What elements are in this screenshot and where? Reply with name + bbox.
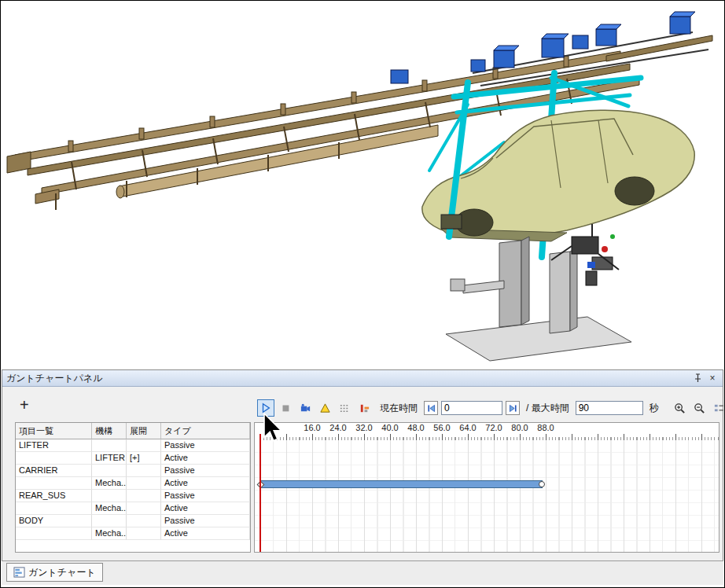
gantt-main: 項目一覧 機構 展開 タイプ LIFTERPassiveLIFTER[+]Act…: [15, 422, 719, 553]
snapshot-button[interactable]: [316, 399, 333, 417]
tab-gantt-chart[interactable]: ガントチャート: [6, 563, 103, 582]
zoom-in-icon[interactable]: [672, 399, 689, 417]
tick-label: 32.0: [355, 423, 372, 432]
3d-viewport[interactable]: [1, 1, 724, 369]
record-button[interactable]: [296, 399, 314, 417]
cell-type: Passive: [161, 515, 250, 527]
cell-mech: [92, 490, 127, 502]
cell-item: REAR_SUS: [16, 490, 92, 502]
table-row[interactable]: LIFTERPassive: [16, 439, 250, 452]
cell-type: Passive: [161, 465, 250, 477]
table-row[interactable]: CARRIERPassive: [16, 465, 250, 477]
max-time-input[interactable]: [576, 401, 643, 415]
table-row[interactable]: BODYPassive: [16, 515, 250, 527]
cell-mech: [92, 439, 127, 452]
cell-type: Passive: [161, 490, 250, 502]
col-header-type[interactable]: タイプ: [161, 423, 250, 439]
gantt-tab-icon: [13, 567, 25, 578]
step-back-button[interactable]: [424, 401, 438, 415]
cell-expand: [127, 490, 161, 502]
playback-tool-group: 現在時間 / 最大時間 秒: [257, 399, 725, 417]
time-cursor[interactable]: [259, 434, 261, 552]
3d-scene: [1, 1, 724, 369]
tick-label: 40.0: [381, 423, 398, 432]
mouse-cursor: [263, 413, 285, 444]
add-button[interactable]: +: [20, 398, 29, 412]
timeline-ruler: [255, 434, 719, 440]
cell-expand: [127, 527, 161, 540]
tick-label: 80.0: [511, 423, 528, 432]
marker-button[interactable]: [355, 399, 373, 417]
chart-settings-button[interactable]: [336, 399, 353, 417]
item-grid: 項目一覧 機構 展開 タイプ LIFTERPassiveLIFTER[+]Act…: [15, 422, 251, 553]
bar-end-handle[interactable]: [539, 481, 545, 487]
cell-mech: Mecha...: [92, 502, 127, 515]
tick-label: 88.0: [537, 423, 554, 432]
pedestal: [446, 237, 631, 361]
close-icon[interactable]: ×: [706, 373, 719, 384]
col-header-item[interactable]: 項目一覧: [16, 423, 92, 439]
tick-label: 64.0: [459, 423, 476, 432]
cell-item: [16, 527, 92, 540]
cell-item: [16, 452, 92, 465]
cell-expand: [127, 439, 161, 452]
step-forward-button[interactable]: [506, 401, 520, 415]
seconds-label: 秒: [650, 402, 659, 415]
gantt-bar[interactable]: [260, 480, 543, 488]
zoom-out-icon[interactable]: [691, 399, 708, 417]
table-row[interactable]: Mecha...Active: [16, 527, 250, 540]
table-row[interactable]: Mecha...Active: [16, 477, 250, 490]
cell-expand: [127, 465, 161, 477]
cell-type: Active: [161, 477, 250, 490]
max-time-label: / 最大時間: [526, 402, 569, 415]
options-icon[interactable]: [711, 399, 725, 417]
cell-expand: [+]: [127, 452, 161, 465]
tick-label: 56.0: [433, 423, 450, 432]
table-row[interactable]: LIFTER[+]Active: [16, 452, 250, 465]
tick-label: 48.0: [407, 423, 424, 432]
bottom-tabbar: ガントチャート: [2, 560, 723, 585]
zoom-tool-group: [672, 399, 725, 417]
cell-mech: Mecha...: [92, 527, 127, 540]
cell-mech: [92, 465, 127, 477]
grid-rows: LIFTERPassiveLIFTER[+]ActiveCARRIERPassi…: [16, 439, 250, 540]
cell-item: BODY: [16, 515, 92, 527]
tick-labels: 16.024.032.040.048.056.064.072.080.088.0: [255, 423, 719, 434]
panel-title: ガントチャートパネル: [6, 372, 103, 385]
current-time-input[interactable]: [441, 401, 502, 415]
cell-expand: [127, 515, 161, 527]
col-header-expand[interactable]: 展開: [127, 423, 161, 439]
pin-icon[interactable]: [691, 373, 704, 384]
cell-mech: [92, 515, 127, 527]
gantt-toolbar: + 現在時間: [2, 387, 723, 423]
table-row[interactable]: REAR_SUSPassive: [16, 490, 250, 502]
cell-mech: LIFTER: [92, 452, 127, 465]
tick-label: 24.0: [329, 423, 346, 432]
cell-expand: [127, 502, 161, 515]
grid-header: 項目一覧 機構 展開 タイプ: [16, 423, 250, 439]
gantt-tab-label: ガントチャート: [28, 566, 96, 579]
cell-type: Active: [161, 502, 250, 515]
cell-type: Active: [161, 452, 250, 465]
timeline[interactable]: 16.024.032.040.048.056.064.072.080.088.0: [254, 422, 719, 553]
cell-item: CARRIER: [16, 465, 92, 477]
cell-item: [16, 502, 92, 515]
cell-mech: Mecha...: [92, 477, 127, 490]
cell-expand: [127, 477, 161, 490]
tick-label: 16.0: [304, 423, 320, 432]
current-time-label: 現在時間: [380, 402, 418, 415]
table-row[interactable]: Mecha...Active: [16, 502, 250, 515]
cell-item: [16, 477, 92, 490]
col-header-mech[interactable]: 機構: [92, 423, 127, 439]
timeline-grid: [255, 440, 719, 552]
panel-titlebar: ガントチャートパネル ×: [2, 370, 723, 387]
gantt-panel: ガントチャートパネル × +: [2, 369, 723, 561]
cell-type: Passive: [161, 439, 250, 452]
cell-item: LIFTER: [16, 439, 92, 452]
tick-label: 72.0: [485, 423, 502, 432]
app-window: ガントチャートパネル × +: [0, 0, 725, 588]
cell-type: Active: [161, 527, 250, 540]
